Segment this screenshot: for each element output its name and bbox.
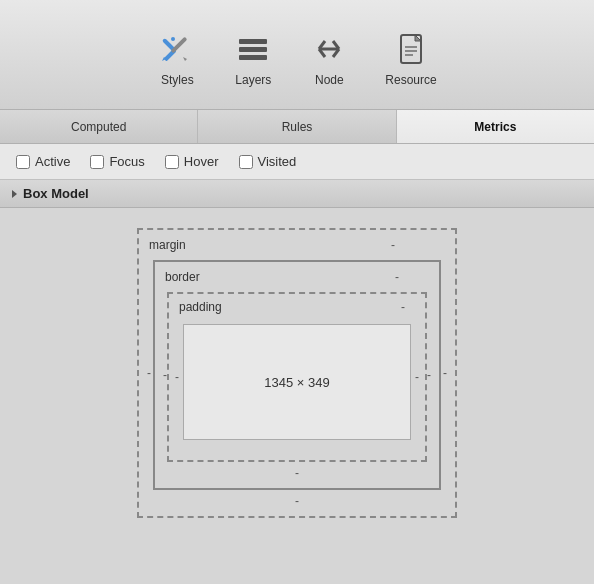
svg-marker-4 bbox=[183, 57, 187, 61]
svg-rect-6 bbox=[239, 39, 267, 44]
content-box: 1345 × 349 bbox=[183, 324, 411, 440]
margin-bottom-dash: - bbox=[295, 494, 299, 508]
collapse-triangle-icon bbox=[12, 190, 17, 198]
toolbar-item-node[interactable]: Node bbox=[291, 23, 367, 95]
toolbar-item-layers[interactable]: Layers bbox=[215, 23, 291, 95]
styles-label: Styles bbox=[161, 73, 194, 87]
layers-icon bbox=[233, 29, 273, 69]
node-icon bbox=[309, 29, 349, 69]
padding-label: padding bbox=[179, 300, 222, 314]
padding-left-dash: - bbox=[175, 370, 179, 384]
border-right-dash: - bbox=[427, 368, 431, 382]
box-model-title: Box Model bbox=[23, 186, 89, 201]
margin-box: margin - - - - border - - - - padding - … bbox=[137, 228, 457, 518]
resource-icon bbox=[391, 29, 431, 69]
toolbar-item-styles[interactable]: Styles bbox=[139, 23, 215, 95]
tab-metrics[interactable]: Metrics bbox=[397, 110, 594, 143]
tab-computed[interactable]: Computed bbox=[0, 110, 198, 143]
margin-label: margin bbox=[149, 238, 186, 252]
tab-rules[interactable]: Rules bbox=[198, 110, 396, 143]
border-value: - bbox=[395, 270, 399, 284]
styles-icon bbox=[157, 29, 197, 69]
border-box: border - - - - padding - - - 1345 × 349 bbox=[153, 260, 441, 490]
tabs-row: Computed Rules Metrics bbox=[0, 110, 594, 144]
padding-value: - bbox=[401, 300, 405, 314]
toolbar: Styles Layers Node bbox=[0, 0, 594, 110]
state-hover[interactable]: Hover bbox=[165, 154, 219, 169]
box-model-container: margin - - - - border - - - - padding - … bbox=[0, 208, 594, 538]
content-dimensions: 1345 × 349 bbox=[264, 375, 329, 390]
toolbar-item-resource[interactable]: Resource bbox=[367, 23, 454, 95]
margin-right-dash: - bbox=[443, 366, 447, 380]
checkbox-focus[interactable] bbox=[90, 155, 104, 169]
border-bottom-dash: - bbox=[295, 466, 299, 480]
resource-label: Resource bbox=[385, 73, 436, 87]
checkbox-hover[interactable] bbox=[165, 155, 179, 169]
box-model-section-header[interactable]: Box Model bbox=[0, 180, 594, 208]
state-visited[interactable]: Visited bbox=[239, 154, 297, 169]
node-label: Node bbox=[315, 73, 344, 87]
svg-point-5 bbox=[171, 37, 175, 41]
margin-left-dash: - bbox=[147, 366, 151, 380]
checkbox-visited[interactable] bbox=[239, 155, 253, 169]
checkbox-active[interactable] bbox=[16, 155, 30, 169]
border-label: border bbox=[165, 270, 200, 284]
state-active[interactable]: Active bbox=[16, 154, 70, 169]
margin-value: - bbox=[391, 238, 395, 252]
svg-rect-8 bbox=[239, 55, 267, 60]
layers-label: Layers bbox=[235, 73, 271, 87]
state-focus[interactable]: Focus bbox=[90, 154, 144, 169]
padding-right-dash: - bbox=[415, 370, 419, 384]
state-checkboxes-row: Active Focus Hover Visited bbox=[0, 144, 594, 180]
padding-box: padding - - - 1345 × 349 bbox=[167, 292, 427, 462]
svg-rect-7 bbox=[239, 47, 267, 52]
